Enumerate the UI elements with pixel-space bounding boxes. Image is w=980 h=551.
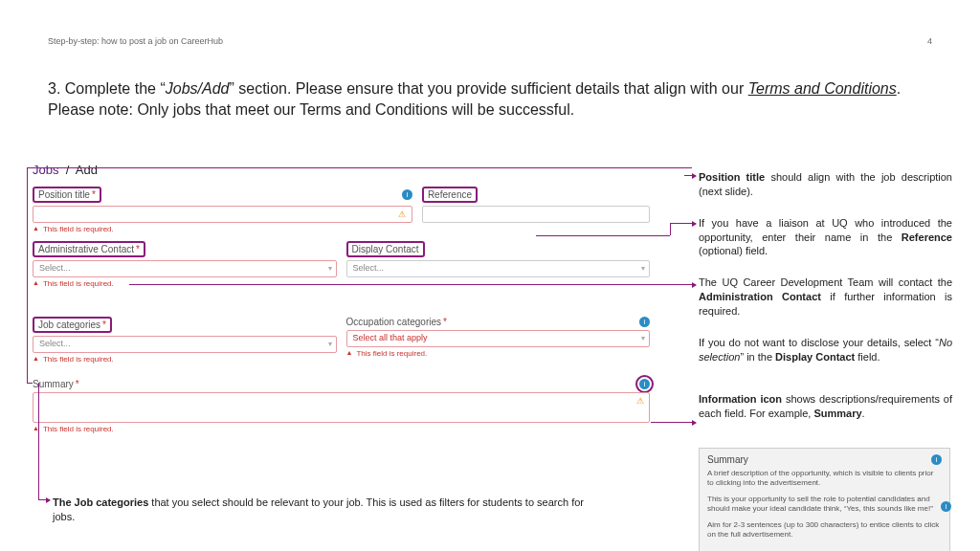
connector-line [27,167,692,168]
job-categories-error: This field is required. [33,355,337,364]
breadcrumb-current: Add [76,163,98,177]
note-key: Position title [699,171,765,183]
occupation-categories-label: Occupation categories [346,317,447,327]
note-text: field. [855,351,880,363]
occupation-categories-error: This field is required. [346,349,651,358]
chevron-down-icon: ▾ [641,334,645,342]
info-icon: i [941,501,951,512]
job-categories-label: Job categories [33,317,112,333]
connector-line [536,235,670,236]
summary-tooltip: Summary i A brief description of the opp… [699,448,950,551]
note-key: Display Contact [775,351,855,363]
position-title-error: This field is required. [33,225,412,233]
step-heading: 3. Complete the “Jobs/Add” section. Plea… [48,78,932,120]
connector-line [27,383,33,384]
connector-arrow [129,284,696,285]
connector-arrow [670,223,696,224]
terms-link[interactable]: Terms and Conditions [748,80,897,97]
note-position-title: Position title should align with the job… [699,170,952,199]
summary-error: This field is required. [33,425,650,433]
chevron-down-icon: ▾ [328,340,332,348]
note-text: If you do not want to disclose your deta… [699,337,939,348]
tooltip-title: Summary [707,454,748,465]
info-icon[interactable]: i [402,189,412,200]
occupation-categories-select[interactable]: Select all that apply ▾ [346,330,651,347]
step-heading-prefix: 3. Complete the “ [48,80,166,97]
breadcrumb-sep: / [62,163,73,177]
note-key: Information icon [699,393,782,405]
chevron-down-icon: ▾ [328,264,332,273]
note-display-contact: If you do not want to disclose your deta… [699,336,952,364]
note-job-categories: The Job categories that you select shoul… [53,496,608,524]
connector-line [27,167,28,383]
note-info-icon: Information icon shows descriptions/requ… [699,392,952,421]
connector-line [38,383,39,499]
display-contact-placeholder: Select... [353,263,385,273]
job-categories-placeholder: Select... [39,339,71,348]
summary-label: Summary [33,379,79,389]
note-text: (optional) field. [699,245,768,256]
chevron-down-icon: ▾ [641,264,645,273]
reference-label: Reference [422,187,478,203]
note-key: Summary [813,408,861,419]
tooltip-line2: This is your opportunity to sell the rol… [707,495,942,515]
info-icon[interactable]: i [639,379,650,389]
admin-contact-select[interactable]: Select... ▾ [33,260,337,277]
note-admin-contact: The UQ Career Development Team will cont… [699,276,952,319]
step-heading-mid: ” section. Please ensure that you provid… [229,80,747,97]
note-text: ” in the [740,351,775,363]
display-contact-select[interactable]: Select... ▾ [346,260,651,277]
tooltip-line3: Aim for 2-3 sentences (up to 300 charact… [707,520,942,540]
breadcrumb-root[interactable]: Jobs [33,163,58,177]
note-key: Administration Contact [699,291,821,302]
position-title-label: Position title [33,187,101,203]
note-text: . [862,408,865,419]
note-reference: If you have a liaison at UQ who introduc… [699,216,952,259]
admin-contact-placeholder: Select... [39,263,71,273]
connector-arrow [651,422,696,423]
connector-arrow [38,499,50,500]
position-title-input[interactable]: ⚠ [33,206,412,223]
display-contact-label: Display Contact [346,241,425,257]
breadcrumb: Jobs / Add [33,163,650,177]
connector-arrow [684,175,696,176]
info-icon: i [931,454,942,465]
info-icon[interactable]: i [639,317,650,327]
jobs-add-form: Jobs / Add Position title i ⚠ This field… [33,163,650,433]
reference-input[interactable] [422,206,650,223]
admin-contact-label: Administrative Contact [33,241,145,257]
job-categories-select[interactable]: Select... ▾ [33,336,337,353]
page-number: 4 [927,36,932,46]
note-key: Reference [902,231,952,243]
summary-textarea[interactable]: ⚠ [33,392,650,423]
warning-icon: ⚠ [635,395,645,406]
connector-line [670,223,671,235]
note-key: The Job categories [53,496,148,508]
jobs-add-token: Jobs/Add [166,80,230,97]
annotation-column: Position title should align with the job… [699,170,952,438]
tooltip-line1: A brief description of the opportunity, … [707,469,942,489]
warning-icon: ⚠ [397,209,408,219]
doc-title: Step-by-step: how to post a job on Caree… [48,36,223,46]
note-text: The UQ Career Development Team will cont… [699,276,952,288]
occupation-categories-placeholder: Select all that apply [353,333,428,342]
